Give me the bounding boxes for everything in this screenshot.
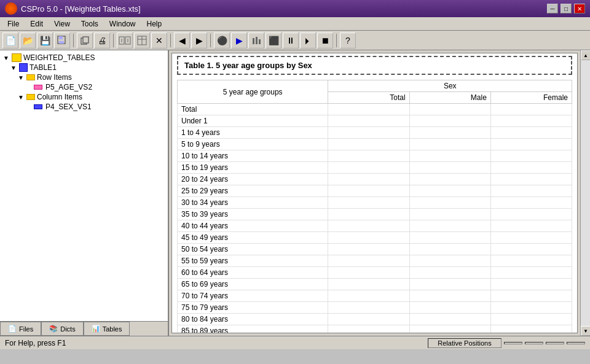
close-button[interactable]: ✕ bbox=[574, 4, 585, 14]
tree-col-items-label: Column Items bbox=[37, 93, 82, 101]
table-data-cell bbox=[409, 244, 490, 255]
data-table: 5 year age groups Sex Total Male Female … bbox=[177, 80, 572, 333]
table-row-label: 15 to 19 years bbox=[178, 162, 328, 174]
help-button[interactable]: ? bbox=[340, 33, 356, 48]
menu-edit[interactable]: Edit bbox=[25, 18, 48, 29]
folder-icon-row bbox=[26, 74, 35, 80]
dicts-tab-label: Dicts bbox=[60, 325, 75, 333]
table-data-cell bbox=[328, 127, 409, 139]
relative-positions-label: Relative Positions bbox=[428, 338, 502, 348]
title-bar-left: CSPro 5.0 - [Weighted Tables.xts] bbox=[5, 2, 141, 15]
table-row-label: 5 to 9 years bbox=[178, 139, 328, 150]
pink-icon bbox=[34, 85, 42, 90]
scroll-down-button[interactable]: ▼ bbox=[581, 326, 590, 336]
run-button[interactable]: ▶ bbox=[231, 33, 247, 48]
table-row-label: 80 to 84 years bbox=[178, 314, 328, 325]
left-panel: ▼ WEIGHTED_TABLES ▼ TABLE1 ▼ Row Items P bbox=[0, 50, 169, 336]
pause-button[interactable]: ⏸ bbox=[283, 33, 299, 48]
table-data-cell bbox=[328, 232, 409, 244]
table-data-cell bbox=[409, 104, 490, 115]
table-data-cell bbox=[409, 232, 490, 244]
open-button[interactable]: 📂 bbox=[20, 33, 36, 48]
table-data-cell bbox=[490, 139, 572, 150]
stop2-button[interactable]: ⏹ bbox=[317, 33, 333, 48]
tree-root-label: WEIGHTED_TABLES bbox=[23, 53, 95, 62]
title-bar-controls[interactable]: ─ □ ✕ bbox=[547, 4, 585, 14]
folder-icon-col bbox=[26, 94, 35, 100]
blue-icon bbox=[34, 104, 42, 109]
table-data-cell bbox=[490, 244, 572, 255]
table-data-cell bbox=[328, 220, 409, 232]
scroll-track[interactable] bbox=[581, 60, 590, 326]
maximize-button[interactable]: □ bbox=[560, 4, 572, 14]
tree-p5-age[interactable]: P5_AGE_VS2 bbox=[2, 82, 165, 92]
table-data-cell bbox=[409, 174, 490, 185]
separator-4 bbox=[210, 34, 211, 47]
menu-file[interactable]: File bbox=[2, 18, 24, 29]
table-data-cell bbox=[328, 185, 409, 197]
tree-col-items[interactable]: ▼ Column Items bbox=[2, 92, 165, 102]
menu-help[interactable]: Help bbox=[142, 18, 167, 29]
table-row-label: 40 to 44 years bbox=[178, 220, 328, 232]
table-row-label: 35 to 39 years bbox=[178, 209, 328, 220]
prev-button[interactable]: ◀ bbox=[174, 33, 190, 48]
table-title: Table 1. 5 year age groups by Sex bbox=[177, 56, 572, 75]
svg-rect-1 bbox=[59, 36, 63, 39]
table-data-cell bbox=[328, 302, 409, 314]
tree-area: ▼ WEIGHTED_TABLES ▼ TABLE1 ▼ Row Items P bbox=[0, 50, 168, 321]
menu-tools[interactable]: Tools bbox=[76, 18, 103, 29]
tree-p4-sex[interactable]: P4_SEX_VS1 bbox=[2, 102, 165, 112]
table-data-cell bbox=[409, 209, 490, 220]
table-container[interactable]: Table 1. 5 year age groups by Sex 5 year… bbox=[171, 53, 578, 333]
table-data-cell bbox=[490, 104, 572, 115]
save-all-button[interactable] bbox=[54, 33, 70, 48]
table-data-cell bbox=[409, 302, 490, 314]
tab-dicts[interactable]: 📚 Dicts bbox=[41, 322, 83, 336]
col-main-header: Sex bbox=[328, 80, 572, 92]
col-female-header: Female bbox=[490, 92, 572, 104]
table-data-cell bbox=[409, 279, 490, 290]
table-data-cell bbox=[490, 174, 572, 185]
svg-rect-14 bbox=[259, 39, 261, 44]
vertical-scrollbar[interactable]: ▲ ▼ bbox=[580, 50, 590, 336]
add-table-button[interactable] bbox=[134, 33, 150, 48]
print-button[interactable]: 🖨 bbox=[94, 33, 110, 48]
run-freq-button[interactable] bbox=[248, 33, 264, 48]
status-help-text: For Help, press F1 bbox=[5, 339, 423, 347]
stop-button[interactable]: ⬛ bbox=[266, 33, 281, 48]
tree-root[interactable]: ▼ WEIGHTED_TABLES bbox=[2, 53, 165, 63]
tree-table1[interactable]: ▼ TABLE1 bbox=[2, 63, 165, 72]
tree-p4-label: P4_SEX_VS1 bbox=[45, 103, 92, 111]
table-data-cell bbox=[409, 139, 490, 150]
status-box-4 bbox=[567, 342, 585, 344]
table-data-cell bbox=[490, 209, 572, 220]
minimize-button[interactable]: ─ bbox=[547, 4, 558, 14]
status-box-3 bbox=[546, 342, 564, 344]
run-off-button[interactable]: ⚫ bbox=[214, 33, 230, 48]
add-dict-button[interactable] bbox=[117, 33, 133, 48]
svg-rect-13 bbox=[256, 37, 258, 44]
table-data-cell bbox=[328, 290, 409, 302]
tree-row-items-label: Row Items bbox=[37, 73, 72, 82]
svg-rect-2 bbox=[59, 41, 64, 44]
table-data-cell bbox=[409, 150, 490, 162]
tab-tables[interactable]: 📊 Tables bbox=[84, 322, 130, 336]
table-row-label: 75 to 79 years bbox=[178, 302, 328, 314]
table-data-cell bbox=[328, 115, 409, 127]
tree-row-items[interactable]: ▼ Row Items bbox=[2, 72, 165, 82]
menu-window[interactable]: Window bbox=[104, 18, 141, 29]
tab-files[interactable]: 📄 Files bbox=[0, 322, 41, 336]
new-button[interactable]: 📄 bbox=[2, 33, 18, 48]
expand-icon-table1: ▼ bbox=[10, 64, 17, 71]
play2-button[interactable]: ⏵ bbox=[300, 33, 316, 48]
col-male-header: Male bbox=[409, 92, 490, 104]
save-button[interactable]: 💾 bbox=[37, 33, 53, 48]
menu-view[interactable]: View bbox=[49, 18, 75, 29]
table-data-cell bbox=[490, 232, 572, 244]
copy-button[interactable] bbox=[77, 33, 93, 48]
remove-button[interactable]: ✕ bbox=[151, 33, 167, 48]
dicts-tab-icon: 📚 bbox=[49, 325, 58, 333]
separator-3 bbox=[170, 34, 171, 47]
scroll-up-button[interactable]: ▲ bbox=[581, 50, 590, 60]
next-button[interactable]: ▶ bbox=[191, 33, 207, 48]
